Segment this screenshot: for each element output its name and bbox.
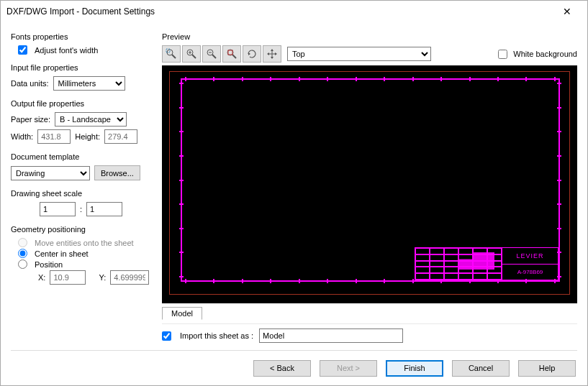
doc-template-group-label: Document template (11, 152, 155, 161)
adjust-fonts-label: Adjust font's width (35, 46, 98, 55)
sheet-scale-group-label: Drawing sheet scale (11, 189, 155, 198)
zoom-in-icon[interactable] (182, 45, 201, 63)
dialog-window: DXF/DWG Import - Document Settings ✕ Fon… (0, 0, 588, 386)
svg-rect-12 (228, 50, 232, 55)
browse-button[interactable]: Browse... (94, 165, 140, 180)
x-field (50, 270, 86, 285)
scale-numerator-field[interactable] (40, 202, 76, 216)
import-sheet-label: Import this sheet as : (180, 331, 253, 340)
paper-size-select[interactable]: B - Landscape (55, 112, 127, 127)
width-field (37, 129, 71, 144)
svg-line-4 (192, 55, 196, 58)
y-label: Y: (99, 273, 106, 282)
move-entities-label: Move entities onto the sheet (35, 239, 134, 247)
scale-denominator-field[interactable] (86, 202, 122, 216)
svg-marker-17 (271, 57, 273, 59)
window-title: DXF/DWG Import - Document Settings (6, 6, 553, 17)
preview-panel: Preview Top White background (162, 28, 577, 343)
svg-marker-13 (248, 52, 250, 55)
x-label: X: (38, 273, 45, 282)
pan-icon[interactable] (263, 45, 281, 63)
zoom-area-icon[interactable] (162, 45, 181, 63)
paper-size-label: Paper size: (11, 115, 50, 124)
fonts-group-label: Fonts properties (11, 32, 155, 41)
preview-group-label: Preview (162, 32, 577, 41)
close-button[interactable]: ✕ (553, 6, 582, 17)
preview-toolbar: Top White background (162, 45, 577, 63)
zoom-fit-icon[interactable] (222, 45, 241, 63)
width-label: Width: (11, 132, 33, 141)
svg-line-1 (172, 55, 176, 58)
doc-template-select[interactable]: Drawing (11, 166, 90, 180)
adjust-fonts-checkbox[interactable] (18, 45, 27, 55)
input-file-group-label: Input file properties (11, 63, 155, 72)
zoom-out-icon[interactable] (202, 45, 221, 63)
scale-sep: : (80, 205, 82, 213)
output-file-group-label: Output file properties (11, 99, 155, 108)
dialog-footer: < Back Next > Finish Cancel Help (1, 351, 587, 385)
position-label: Position (35, 260, 63, 269)
cancel-button[interactable]: Cancel (452, 360, 510, 377)
titlebar: DXF/DWG Import - Document Settings ✕ (1, 1, 587, 22)
title-block-code: A-978B69 (502, 265, 558, 280)
move-entities-radio (18, 238, 27, 247)
geometry-group-label: Geometry positioning (11, 225, 155, 234)
data-units-select[interactable]: Millimeters (53, 76, 125, 91)
help-button[interactable]: Help (518, 360, 576, 377)
position-radio[interactable] (18, 259, 27, 269)
y-field (110, 270, 149, 285)
svg-line-8 (212, 55, 216, 58)
center-radio[interactable] (18, 249, 27, 258)
preview-viewport[interactable]: LEVIER A-978B69 (162, 65, 577, 303)
svg-line-11 (232, 55, 236, 58)
svg-marker-16 (271, 49, 273, 51)
sheet-tabs: Model (162, 306, 577, 319)
height-field (104, 129, 137, 144)
view-orientation-select[interactable]: Top (287, 47, 431, 61)
finish-button[interactable]: Finish (386, 360, 443, 377)
back-button[interactable]: < Back (253, 360, 311, 377)
svg-marker-19 (275, 52, 277, 55)
height-label: Height: (75, 132, 100, 141)
settings-panel: Fonts properties Adjust font's width Inp… (11, 28, 155, 343)
tab-model[interactable]: Model (162, 307, 202, 320)
import-sheet-checkbox[interactable] (162, 331, 171, 341)
center-label: Center in sheet (35, 249, 89, 258)
next-button: Next > (320, 360, 377, 377)
rotate-icon[interactable] (243, 45, 261, 63)
svg-marker-18 (267, 52, 269, 55)
title-block: LEVIER A-978B69 (415, 247, 558, 280)
data-units-label: Data units: (11, 79, 49, 88)
preview-drawing-frame: LEVIER A-978B69 (181, 78, 560, 282)
title-block-name: LEVIER (502, 248, 558, 265)
white-background-checkbox[interactable] (498, 50, 507, 59)
import-sheet-name-field[interactable] (259, 328, 403, 343)
white-background-label: White background (513, 50, 577, 58)
